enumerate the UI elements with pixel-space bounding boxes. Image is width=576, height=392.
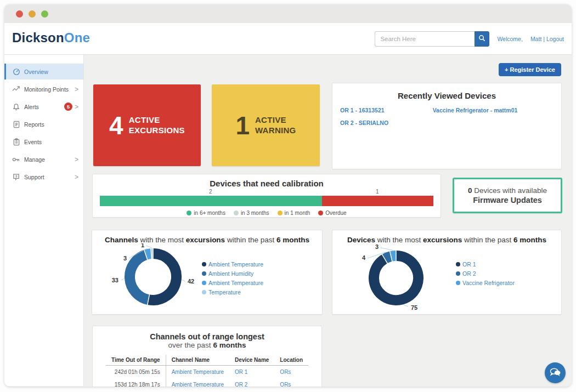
channels-excursions-panel: Channels with the most excursions within… [92,230,323,315]
active-excursions-label: ACTIVE EXCURSIONS [129,115,185,136]
welcome-label: Welcome, [497,36,523,42]
sidebar-item-overview[interactable]: Overview [4,64,83,79]
channel-name-link[interactable]: Ambient Temperature [166,378,229,387]
active-warning-label: ACTIVE WARNING [255,115,296,136]
out-of-range-table: Time Out of Range Channel Name Device Na… [106,355,308,387]
legend-dot-yellow [278,211,283,215]
chevron-right-icon: > [75,156,78,163]
legend-item[interactable]: Ambient Temperature [202,261,263,268]
recent-device-link[interactable]: Vaccine Refrigerator - mattm01 [393,107,557,113]
live-chat-button[interactable] [545,362,566,383]
legend-dot [456,271,460,276]
search-icon [478,35,485,43]
donut-slice [130,255,149,300]
column-header: Channel Name [166,355,229,366]
window-minimize-button[interactable] [29,10,36,18]
donut-value-label: 4 [362,254,366,261]
sidebar-item-label: Events [24,139,42,145]
sidebar-item-label: Manage [24,156,45,163]
channels-donut-chart: 423331 [92,243,213,315]
search-input[interactable] [375,31,475,47]
recent-device-link[interactable]: OR 2 - SERIALNO [340,120,388,126]
location-link[interactable]: ORs [274,378,308,387]
legend-item[interactable]: Ambient Temperature [202,280,263,286]
calibration-panel: Devices that need calibration 21 in 6+ m… [92,174,441,218]
out-of-range-title: Channels out of range longest [93,332,321,341]
channels-legend: Ambient Temperature Ambient Humidity Amb… [202,261,263,298]
donut-value-label: 3 [375,243,379,250]
channel-name-link[interactable]: Ambient Temperature [166,366,229,379]
key-icon [12,155,20,163]
devices-donut-chart: 7543 [332,243,459,315]
logo-primary-text: Dickson [12,30,64,45]
column-header: Device Name [229,355,274,366]
time-out-of-range-cell: 242d 01h 05m 15s [106,366,166,379]
sidebar-item-alerts[interactable]: Alerts 5 > [4,99,83,115]
legend-dot [202,281,206,285]
chevron-right-icon: > [75,103,78,111]
legend-item[interactable]: OR 1 [456,261,515,268]
donut-slice [374,256,419,300]
sidebar-item-monitoring-points[interactable]: Monitoring Points > [4,81,83,97]
app-window: DicksonOne Welcome, Matt | Logout [4,4,572,387]
active-warning-card[interactable]: 1 ACTIVE WARNING [212,84,320,166]
legend-item[interactable]: OR 2 [456,270,515,277]
device-name-link[interactable]: OR 1 [229,366,274,379]
recently-viewed-title: Recently Viewed Devices [332,91,561,100]
bell-icon [12,103,20,111]
column-header: Location [274,355,308,366]
window-close-button[interactable] [16,10,23,18]
user-logout-links: Matt | Logout [530,36,564,42]
devices-excursions-panel: Devices with the most excursions within … [332,230,562,315]
sidebar-item-support[interactable]: ? Support > [4,169,83,185]
sidebar-item-reports[interactable]: Reports [4,116,83,132]
chat-bubbles-icon [549,367,561,379]
donut-value-label: 33 [112,277,118,283]
location-link[interactable]: ORs [274,366,308,379]
chevron-right-icon: > [75,86,78,93]
clipboard-icon [12,138,20,146]
active-excursions-card[interactable]: 4 ACTIVE EXCURSIONS [93,84,201,166]
sidebar-item-manage[interactable]: Manage > [4,151,83,167]
recent-device-link[interactable]: OR 1 - 16313521 [340,107,385,113]
legend-item[interactable]: Ambient Humidity [202,270,263,277]
calibration-bar-value-labels: 21 [100,189,433,196]
legend-item: in 6+ months [187,210,225,216]
user-name-link[interactable]: Matt [530,36,541,42]
devices-chart-title: Devices with the most excursions within … [332,236,561,244]
legend-dot-gray [234,211,239,215]
calibration-bar-segment [322,196,433,206]
devices-legend: OR 1 OR 2 Vaccine Refrigerator [456,261,515,289]
donut-value-label: 42 [188,278,194,285]
out-of-range-subtitle: over the past 6 months [93,341,321,349]
chevron-right-icon: > [75,173,78,181]
sidebar-item-label: Monitoring Points [24,86,69,93]
logout-link[interactable]: Logout [546,36,564,42]
legend-item: Overdue [318,210,346,216]
register-device-button[interactable]: + Register Device [499,63,561,76]
sidebar-item-events[interactable]: Events [4,134,83,150]
out-of-range-panel: Channels out of range longest over the p… [92,326,322,387]
table-row: 153d 12h 18m 17s Ambient Temperature OR … [106,378,308,387]
legend-dot-green [187,211,191,215]
sidebar-item-label: Support [24,174,44,180]
app-header: DicksonOne Welcome, Matt | Logout [4,23,572,55]
svg-text:?: ? [15,175,17,178]
legend-dot [202,290,206,294]
device-name-link[interactable]: OR 2 [229,378,274,387]
donut-value-label: 75 [411,304,417,311]
window-zoom-button[interactable] [41,10,48,18]
calibration-chart-title: Devices that need calibration [93,179,441,188]
legend-dot [456,281,460,285]
alerts-count-badge: 5 [64,103,72,111]
sidebar-item-label: Overview [24,69,48,75]
sidebar-item-label: Reports [24,121,44,128]
search-button[interactable] [475,31,489,47]
dicksonone-logo[interactable]: DicksonOne [12,30,90,46]
legend-item[interactable]: Vaccine Refrigerator [456,280,515,286]
firmware-updates-box[interactable]: 0 Devices with available Firmware Update… [453,178,562,213]
recently-viewed-panel: Recently Viewed Devices OR 1 - 16313521 … [332,83,562,169]
legend-item[interactable]: Temperature [202,289,263,296]
legend-item: in 3 months [234,210,269,216]
donut-slice [149,254,177,300]
